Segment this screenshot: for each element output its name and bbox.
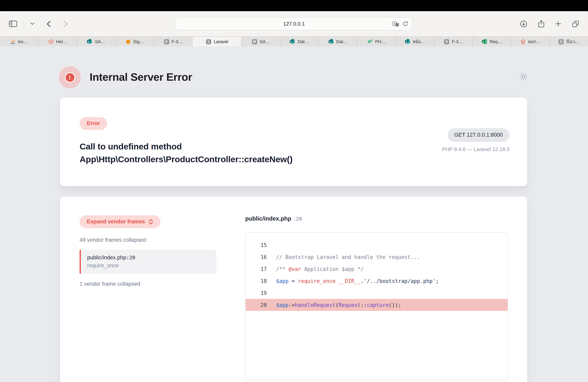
svg-text:PMA: PMA xyxy=(11,42,15,44)
tab-label: PH… xyxy=(375,39,386,44)
address-bar[interactable]: 127.0.0.1 A x xyxy=(175,17,413,30)
letter-s-icon: S xyxy=(444,39,449,44)
code-line: 15 xyxy=(246,239,508,251)
tabs-overview-icon xyxy=(572,20,579,27)
svg-text:S: S xyxy=(329,40,331,43)
svg-text:S: S xyxy=(291,40,292,43)
toolbar-divider xyxy=(24,19,24,29)
line-number: 20 xyxy=(246,302,267,308)
stack-frame-item[interactable]: public/index.php:20 require_once xyxy=(80,250,216,274)
browser-tab[interactable]: Sig… xyxy=(116,37,154,46)
back-icon xyxy=(46,20,51,27)
browser-tab[interactable]: Gบึงเว… xyxy=(550,37,588,46)
browser-tab[interactable]: 1Laravel xyxy=(193,37,242,46)
tab-label: loc… xyxy=(18,39,28,44)
tab-label: F-3… xyxy=(172,39,183,44)
sun-icon xyxy=(519,72,528,82)
browser-tab[interactable]: ดอก… xyxy=(511,37,550,46)
svg-text:W: W xyxy=(367,39,372,44)
environment-versions: PHP 8.4.6 — Laravel 12.18.0 xyxy=(442,146,510,152)
tab-label: ดอก… xyxy=(528,38,541,45)
expand-chevrons-icon xyxy=(148,219,153,225)
line-number: 17 xyxy=(246,266,267,272)
browser-tab[interactable]: W3PH… xyxy=(357,37,396,46)
line-number: 18 xyxy=(246,278,267,284)
sharepoint-icon: S xyxy=(290,39,295,44)
line-number: 19 xyxy=(246,290,267,296)
laravel-red-icon xyxy=(520,39,526,44)
browser-tab[interactable]: PMAloc… xyxy=(0,37,39,46)
w3schools-icon: W3 xyxy=(367,39,373,44)
back-button[interactable] xyxy=(46,20,52,28)
code-line: 19 xyxy=(246,287,508,299)
forward-icon xyxy=(63,20,68,27)
tab-overview-button[interactable] xyxy=(571,19,580,28)
svg-text:X: X xyxy=(483,40,484,43)
phpmyadmin-icon: PMA xyxy=(10,39,16,44)
browser-tab[interactable]: SF-3… xyxy=(154,37,193,46)
letter-m-icon: M xyxy=(252,39,257,44)
line-code: $app->handleRequest(Request::capture()); xyxy=(276,302,401,308)
sharepoint-icon: S xyxy=(328,39,334,44)
share-icon xyxy=(538,20,545,28)
browser-tab[interactable]: SDat… xyxy=(280,37,319,46)
code-viewer[interactable]: 1516// Bootstrap Laravel and handle the … xyxy=(245,232,508,381)
reload-icon[interactable] xyxy=(402,21,408,27)
code-line: 16// Bootstrap Laravel and handle the re… xyxy=(246,251,508,263)
downloads-button[interactable] xyxy=(519,19,528,28)
frame-method: require_once xyxy=(87,263,210,268)
tab-label: Sig… xyxy=(133,39,144,44)
browser-tab[interactable]: Hel… xyxy=(39,37,77,46)
orange-dot-icon xyxy=(125,39,131,44)
browser-toolbar: 127.0.0.1 A x xyxy=(0,11,588,36)
browser-tab[interactable]: SSA… xyxy=(77,37,116,46)
browser-tab[interactable]: MSA… xyxy=(242,37,280,46)
browser-tab[interactable]: Sหนัง… xyxy=(396,37,434,46)
error-type-badge: Error xyxy=(80,117,107,130)
browser-tab[interactable]: XReq… xyxy=(473,37,511,46)
browser-tab[interactable]: SF-3… xyxy=(434,37,473,46)
screen: 127.0.0.1 A x xyxy=(0,0,588,382)
tab-label: บึงเว… xyxy=(566,38,580,45)
url-text: 127.0.0.1 xyxy=(283,21,305,27)
translate-icon[interactable]: A x xyxy=(392,21,399,26)
code-line-highlighted: 20$app->handleRequest(Request::capture()… xyxy=(246,299,508,311)
tab-label: Dat… xyxy=(336,39,347,44)
browser-tab[interactable]: SDat… xyxy=(319,37,357,46)
forward-button[interactable] xyxy=(63,20,69,28)
page-header: ! Internal Server Error xyxy=(0,46,588,88)
stack-frames-column: Expand vendor frames 49 vendor frames co… xyxy=(80,215,226,382)
line-number: 16 xyxy=(246,254,267,260)
line-code: // Bootstrap Laravel and handle the requ… xyxy=(276,254,420,260)
frame-file: public/index.php:20 xyxy=(87,254,210,261)
tab-label: SA… xyxy=(260,39,270,44)
svg-text:S: S xyxy=(88,40,89,43)
new-tab-button[interactable] xyxy=(554,20,562,28)
page-content: ! Internal Server Error Error Call to un… xyxy=(0,46,588,382)
sidebar-dropdown-button[interactable] xyxy=(30,21,35,26)
sidebar-toggle-button[interactable] xyxy=(8,19,18,28)
sharepoint-icon: S xyxy=(87,39,93,44)
request-method-badge: GET 127.0.0.1:8000 xyxy=(447,128,510,142)
letter-g-icon: G xyxy=(558,39,564,44)
tab-label: Laravel xyxy=(214,39,228,44)
plus-icon xyxy=(555,21,561,27)
tab-label: หนัง… xyxy=(413,38,425,45)
page-title: Internal Server Error xyxy=(90,71,192,83)
svg-text:S: S xyxy=(405,40,407,43)
theme-toggle-button[interactable] xyxy=(519,72,528,82)
tab-label: Hel… xyxy=(56,39,67,44)
tab-label: Req… xyxy=(490,39,502,44)
code-panel: public/index.php :20 1516// Bootstrap La… xyxy=(226,215,508,382)
notch-bar xyxy=(0,0,588,11)
code-line: 17/** @var Application $app */ xyxy=(246,263,508,275)
line-code: $app = require_once __DIR__.'/../bootstr… xyxy=(276,278,439,284)
share-button[interactable] xyxy=(537,19,545,28)
code-line: 18$app = require_once __DIR__.'/../boots… xyxy=(246,275,508,287)
expand-vendor-frames-button[interactable]: Expand vendor frames xyxy=(80,215,160,228)
tab-label: Dat… xyxy=(298,39,309,44)
chevron-down-icon xyxy=(30,22,34,25)
download-icon xyxy=(520,20,527,27)
tab-label: F-3… xyxy=(452,39,463,44)
vendor-frame-collapsed-note: 1 vendor frame collapsed xyxy=(80,281,226,287)
